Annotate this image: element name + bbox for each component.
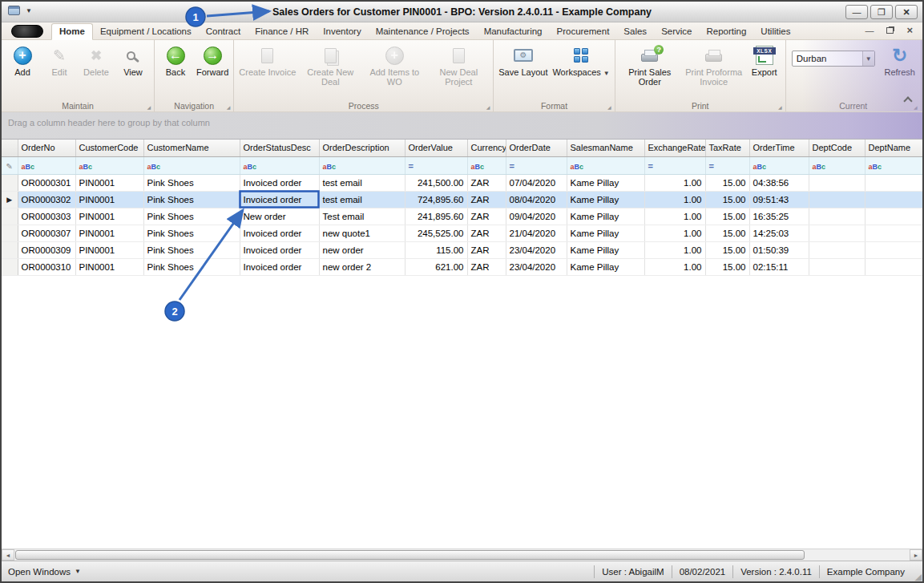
filter-cell-orderdate[interactable]: =	[506, 156, 567, 174]
cell-orderno[interactable]: OR0000303	[18, 208, 75, 225]
cell-currency[interactable]: ZAR	[467, 208, 506, 225]
cell-customername[interactable]: Pink Shoes	[143, 174, 240, 191]
tab-utilities[interactable]: Utilities	[753, 24, 797, 39]
workspaces-button[interactable]: Workspaces ▼	[550, 43, 611, 79]
cell-customercode[interactable]: PIN0001	[75, 258, 143, 275]
horizontal-scrollbar[interactable]: ◄ ►	[2, 549, 922, 561]
column-header-orderno[interactable]: OrderNo	[18, 140, 75, 156]
filter-equals-icon[interactable]: =	[510, 161, 514, 171]
dialog-launcher-icon[interactable]: ◢	[486, 104, 490, 110]
dialog-launcher-icon[interactable]: ◢	[147, 104, 151, 110]
cell-taxrate[interactable]: 15.00	[705, 241, 749, 258]
cell-orderstatusdesc[interactable]: New order	[240, 208, 319, 225]
cell-customercode[interactable]: PIN0001	[75, 225, 143, 241]
cell-currency[interactable]: ZAR	[467, 225, 506, 241]
cell-customername[interactable]: Pink Shoes	[143, 225, 240, 241]
column-header-customername[interactable]: CustomerName	[143, 140, 240, 156]
filter-cell-deptcode[interactable]: aBc	[809, 156, 865, 174]
grid-row-or0000307[interactable]: OR0000307PIN0001Pink ShoesInvoiced order…	[2, 225, 922, 241]
cell-ordervalue[interactable]: 115.00	[405, 241, 467, 258]
column-header-salesmanname[interactable]: SalesmanName	[567, 140, 644, 156]
view-button[interactable]: View	[115, 43, 151, 78]
cell-orderdescription[interactable]: test email	[319, 174, 405, 191]
cell-orderdate[interactable]: 23/04/2020	[506, 241, 567, 258]
chevron-down-icon[interactable]: ▼	[862, 51, 874, 66]
cell-orderstatusdesc[interactable]: Invoiced order	[240, 225, 319, 241]
cell-customercode[interactable]: PIN0001	[75, 174, 143, 191]
column-header-ordertime[interactable]: OrderTime	[749, 140, 809, 156]
cell-ordertime[interactable]: 02:15:11	[749, 258, 809, 275]
filter-cell-currency[interactable]: aBc	[467, 156, 506, 174]
cell-exchangerate[interactable]: 1.00	[644, 208, 705, 225]
cell-orderstatusdesc[interactable]: Invoiced order	[240, 174, 319, 191]
cell-ordertime[interactable]: 09:51:43	[749, 191, 809, 208]
filter-cell-ordervalue[interactable]: =	[405, 156, 467, 174]
cell-ordervalue[interactable]: 241,895.60	[405, 208, 467, 225]
filter-abc-icon[interactable]: aBc	[244, 158, 257, 172]
cell-currency[interactable]: ZAR	[467, 174, 506, 191]
tab-finance-hr[interactable]: Finance / HR	[248, 24, 316, 39]
resize-grip[interactable]: ◢	[915, 573, 922, 581]
cell-ordervalue[interactable]: 621.00	[405, 258, 467, 275]
cell-ordertime[interactable]: 16:35:25	[749, 208, 809, 225]
filter-abc-icon[interactable]: aBc	[813, 158, 826, 172]
filter-cell-deptname[interactable]: aBc	[865, 156, 922, 174]
cell-orderdescription[interactable]: test email	[319, 191, 405, 208]
cell-ordertime[interactable]: 04:38:56	[749, 174, 809, 191]
forward-button[interactable]: →Forward	[194, 43, 231, 78]
filter-cell-orderno[interactable]: aBc	[18, 156, 75, 174]
tab-inventory[interactable]: Inventory	[316, 24, 368, 39]
cell-taxrate[interactable]: 15.00	[705, 258, 749, 275]
scrollbar-thumb[interactable]	[15, 550, 805, 560]
filter-cell-orderstatusdesc[interactable]: aBc	[240, 156, 319, 174]
column-header-deptname[interactable]: DeptName	[865, 140, 922, 156]
cell-orderno[interactable]: OR0000310	[18, 258, 75, 275]
column-header-customercode[interactable]: CustomerCode	[75, 140, 143, 156]
cell-salesmanname[interactable]: Kame Pillay	[567, 208, 644, 225]
cell-ordertime[interactable]: 01:50:39	[749, 241, 809, 258]
cell-orderstatusdesc[interactable]: Invoiced order	[240, 241, 319, 258]
open-windows-button[interactable]: Open Windows ▼	[8, 567, 81, 577]
close-button[interactable]: ✕	[895, 5, 918, 19]
filter-equals-icon[interactable]: =	[709, 161, 714, 171]
cell-currency[interactable]: ZAR	[467, 241, 506, 258]
column-header-orderdate[interactable]: OrderDate	[506, 140, 567, 156]
cell-customername[interactable]: Pink Shoes	[143, 191, 240, 208]
cell-salesmanname[interactable]: Kame Pillay	[567, 174, 644, 191]
tab-home[interactable]: Home	[51, 23, 93, 40]
cell-taxrate[interactable]: 15.00	[705, 208, 749, 225]
scroll-right-icon[interactable]: ►	[910, 549, 922, 561]
cell-orderno[interactable]: OR0000301	[18, 174, 75, 191]
column-header-ordervalue[interactable]: OrderValue	[405, 140, 467, 156]
cell-exchangerate[interactable]: 1.00	[644, 174, 705, 191]
filter-cell-customercode[interactable]: aBc	[75, 156, 143, 174]
column-header-exchangerate[interactable]: ExchangeRate	[644, 140, 705, 156]
cell-orderdate[interactable]: 23/04/2020	[506, 258, 567, 275]
cell-orderno[interactable]: OR0000302	[18, 191, 75, 208]
scroll-left-icon[interactable]: ◄	[2, 549, 14, 561]
cell-orderno[interactable]: OR0000309	[18, 241, 75, 258]
cell-deptname[interactable]	[865, 241, 922, 258]
filter-cell-taxrate[interactable]: =	[705, 156, 749, 174]
cell-orderdescription[interactable]: new order	[319, 241, 405, 258]
maximize-button[interactable]: ❐	[870, 5, 893, 19]
cell-deptcode[interactable]	[809, 174, 865, 191]
cell-exchangerate[interactable]: 1.00	[644, 225, 705, 241]
grid-row-or0000310[interactable]: OR0000310PIN0001Pink ShoesInvoiced order…	[2, 258, 922, 275]
column-header-orderstatusdesc[interactable]: OrderStatusDesc	[240, 140, 319, 156]
cell-customercode[interactable]: PIN0001	[75, 241, 143, 258]
dialog-launcher-icon[interactable]: ◢	[227, 104, 231, 110]
tab-sales[interactable]: Sales	[616, 24, 654, 39]
minimize-button[interactable]: —	[845, 5, 868, 19]
dialog-launcher-icon[interactable]: ◢	[607, 104, 611, 110]
back-button[interactable]: ←Back	[157, 43, 194, 78]
cell-salesmanname[interactable]: Kame Pillay	[567, 241, 644, 258]
tab-manufacturing[interactable]: Manufacturing	[477, 24, 550, 39]
grid-row-or0000302[interactable]: ▶OR0000302PIN0001Pink ShoesInvoiced orde…	[2, 191, 922, 208]
cell-orderdescription[interactable]: new quote1	[319, 225, 405, 241]
export-button[interactable]: XLSXExport	[746, 43, 783, 78]
tab-procurement[interactable]: Procurement	[550, 24, 617, 39]
filter-abc-icon[interactable]: aBc	[323, 158, 337, 172]
grid-row-or0000301[interactable]: OR0000301PIN0001Pink ShoesInvoiced order…	[2, 174, 922, 191]
cell-salesmanname[interactable]: Kame Pillay	[567, 191, 644, 208]
